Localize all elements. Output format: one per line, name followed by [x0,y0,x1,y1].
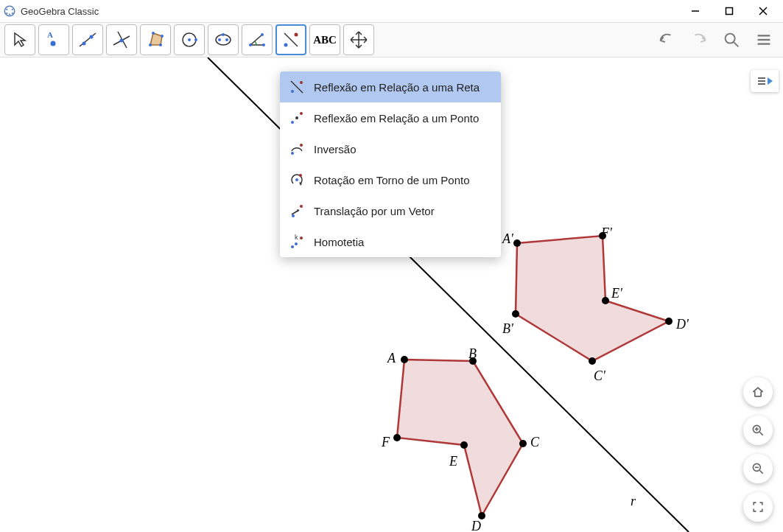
svg-marker-43 [516,236,669,361]
dropdown-label: Reflexão em Relação a uma Reta [314,81,480,94]
fullscreen-button[interactable] [743,492,773,522]
dropdown-rotate[interactable]: Rotação em Torno de um Ponto [280,164,501,195]
tool-point[interactable]: A [38,24,69,55]
svg-point-69 [300,205,303,208]
menu-button[interactable] [749,25,779,55]
close-button[interactable] [746,0,780,22]
svg-point-4 [12,13,13,14]
svg-point-44 [401,356,408,363]
inversion-icon [289,141,305,157]
svg-point-29 [222,33,225,36]
svg-point-14 [90,35,94,39]
dropdown-label: Rotação em Torno de um Ponto [314,174,470,186]
dropdown-label: Inversão [314,143,357,155]
point-label: B' [502,321,513,337]
svg-point-2 [12,9,13,10]
point-label: F' [601,225,612,241]
svg-text:A: A [47,30,53,39]
reflect-point-icon [289,110,305,126]
line-label: r [631,494,636,509]
search-button[interactable] [717,25,746,55]
svg-line-37 [734,42,739,47]
svg-point-52 [602,297,609,304]
dropdown-inversion[interactable]: Inversão [280,133,501,164]
point-label: A' [502,231,513,247]
svg-point-72 [300,237,303,239]
zoom-in-button[interactable] [743,416,773,445]
tool-ellipse[interactable] [208,24,239,55]
svg-point-30 [249,43,252,46]
minimize-button[interactable] [678,0,712,22]
svg-point-46 [519,440,527,447]
svg-line-80 [760,433,763,435]
svg-point-17 [120,39,124,43]
point-label: E' [611,286,622,301]
svg-point-70 [292,214,295,217]
app-title: GeoGebra Classic [21,6,678,17]
point-label: E [449,454,457,469]
tool-move-view[interactable] [343,24,374,55]
dropdown-translate[interactable]: Translação por um Vetor [280,195,501,226]
svg-rect-7 [726,8,733,15]
svg-point-73 [295,242,298,245]
svg-point-35 [284,43,288,47]
svg-marker-42 [397,360,523,516]
dropdown-reflect-line[interactable]: Reflexão em Relação a uma Reta [280,71,501,102]
point-label: C' [594,368,605,384]
transform-dropdown: Reflexão em Relação a uma Reta Reflexão … [280,71,501,257]
svg-point-49 [393,434,401,441]
zoom-out-button[interactable] [743,454,773,483]
undo-button[interactable] [652,25,681,55]
tool-perpendicular[interactable] [106,24,137,55]
title-bar: GeoGebra Classic [0,0,783,22]
svg-point-74 [291,245,294,248]
rotate-icon [289,172,305,188]
svg-point-5 [6,13,7,14]
translate-icon [289,203,305,219]
svg-point-54 [589,357,596,365]
tool-circle[interactable] [174,24,205,55]
home-button[interactable] [743,377,773,407]
svg-point-22 [152,32,155,35]
svg-point-19 [149,43,152,46]
tool-move[interactable] [4,24,35,55]
svg-point-57 [300,81,303,84]
svg-text:k: k [295,234,298,241]
tool-reflect[interactable] [275,24,306,55]
svg-point-62 [300,144,303,147]
svg-point-31 [261,33,264,36]
tool-line[interactable] [72,24,103,55]
svg-point-27 [218,38,221,41]
svg-point-61 [291,121,294,124]
svg-line-12 [80,33,96,46]
svg-line-84 [760,471,763,474]
point-label: D [471,519,481,532]
svg-point-13 [82,42,86,46]
redo-button[interactable] [684,25,714,55]
point-label: C [530,435,539,450]
svg-point-63 [291,152,294,155]
svg-point-20 [159,43,162,46]
svg-marker-78 [768,77,773,85]
svg-point-50 [513,239,521,247]
svg-marker-18 [150,33,162,45]
toolbar: A ABC [0,22,783,57]
svg-point-65 [295,178,298,181]
tool-angle[interactable] [242,24,273,55]
dropdown-reflect-point[interactable]: Reflexão em Relação a um Ponto [280,102,501,133]
window-controls [678,0,780,22]
maximize-button[interactable] [712,0,746,22]
svg-point-34 [295,33,298,37]
svg-point-59 [295,116,298,119]
svg-point-11 [51,41,56,46]
view-controls [743,377,773,522]
svg-point-25 [194,38,197,41]
reflect-line-icon [289,79,305,95]
tool-polygon[interactable] [140,24,171,55]
point-label: A [387,351,396,366]
style-bar-toggle[interactable] [751,70,779,92]
tool-text[interactable]: ABC [309,24,340,55]
svg-point-58 [291,90,294,93]
dropdown-dilate[interactable]: k Homotetia [280,226,501,257]
svg-point-53 [665,318,673,325]
